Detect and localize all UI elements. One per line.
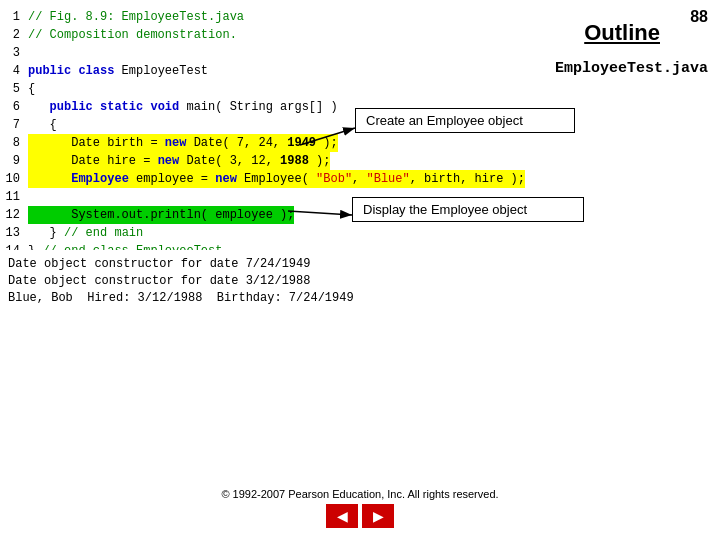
code-text: // Composition demonstration. [28, 26, 237, 44]
line-num: 3 [0, 44, 20, 62]
code-area: 1 // Fig. 8.9: EmployeeTest.java 2 // Co… [0, 0, 530, 268]
code-line-5: 5 { [0, 80, 530, 98]
code-text: Date birth = new Date( 7, 24, 1949 ); [28, 134, 338, 152]
nav-back-button[interactable]: ◀ [326, 504, 358, 528]
code-text [28, 188, 35, 206]
output-line-2: Date object constructor for date 3/12/19… [8, 273, 522, 290]
line-num: 8 [0, 134, 20, 152]
nav-forward-button[interactable]: ▶ [362, 504, 394, 528]
code-text: public class EmployeeTest [28, 62, 208, 80]
line-num: 9 [0, 152, 20, 170]
copyright: © 1992-2007 Pearson Education, Inc. All … [221, 488, 498, 500]
code-text [28, 44, 35, 62]
line-num: 1 [0, 8, 20, 26]
output-line-3: Blue, Bob Hired: 3/12/1988 Birthday: 7/2… [8, 290, 522, 307]
code-line-9: 9 Date hire = new Date( 3, 12, 1988 ); [0, 152, 530, 170]
line-num: 5 [0, 80, 20, 98]
file-label: EmployeeTest.java [555, 60, 708, 77]
line-num: 12 [0, 206, 20, 224]
code-line-10: 10 Employee employee = new Employee( "Bo… [0, 170, 530, 188]
code-line-3: 3 [0, 44, 530, 62]
code-text: public static void main( String args[] ) [28, 98, 338, 116]
code-text: { [28, 116, 57, 134]
line-num: 7 [0, 116, 20, 134]
code-line-2: 2 // Composition demonstration. [0, 26, 530, 44]
line-num: 2 [0, 26, 20, 44]
code-line-8: 8 Date birth = new Date( 7, 24, 1949 ); [0, 134, 530, 152]
code-text: } // end main [28, 224, 143, 242]
output-area: Date object constructor for date 7/24/19… [0, 250, 530, 313]
nav-buttons: ◀ ▶ [326, 504, 394, 528]
code-text: { [28, 80, 35, 98]
output-line-1: Date object constructor for date 7/24/19… [8, 256, 522, 273]
code-line-13: 13 } // end main [0, 224, 530, 242]
code-text: // Fig. 8.9: EmployeeTest.java [28, 8, 244, 26]
callout-display-text: Display the Employee object [363, 202, 527, 217]
callout-display: Display the Employee object [352, 197, 584, 222]
code-text: Date hire = new Date( 3, 12, 1988 ); [28, 152, 330, 170]
page-number: 88 [690, 8, 708, 26]
code-line-1: 1 // Fig. 8.9: EmployeeTest.java [0, 8, 530, 26]
line-num: 11 [0, 188, 20, 206]
line-num: 6 [0, 98, 20, 116]
code-text: Employee employee = new Employee( "Bob",… [28, 170, 525, 188]
callout-create: Create an Employee object [355, 108, 575, 133]
callout-create-text: Create an Employee object [366, 113, 523, 128]
line-num: 10 [0, 170, 20, 188]
outline-title: Outline [584, 20, 660, 46]
code-line-4: 4 public class EmployeeTest [0, 62, 530, 80]
line-num: 13 [0, 224, 20, 242]
code-text: System.out.println( employee ); [28, 206, 294, 224]
line-num: 4 [0, 62, 20, 80]
bottom-bar: © 1992-2007 Pearson Education, Inc. All … [0, 488, 720, 528]
